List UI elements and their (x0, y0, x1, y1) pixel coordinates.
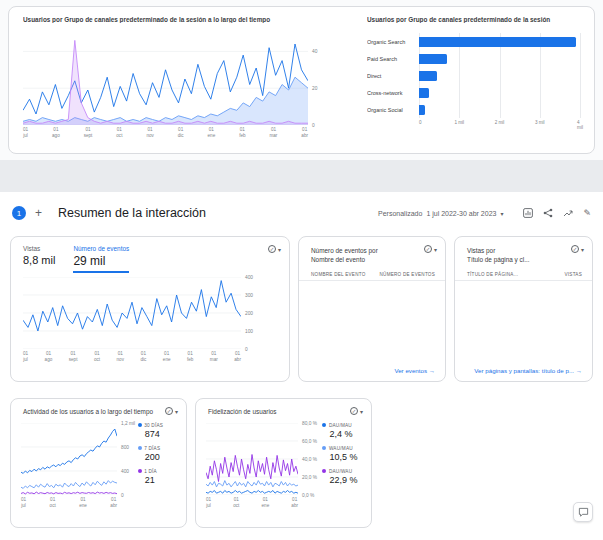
bar[interactable] (419, 105, 425, 115)
bar-category-label: Paid Search (367, 50, 419, 67)
check-circle-icon: ✓ (424, 245, 432, 253)
bar[interactable] (419, 54, 447, 64)
legend-dot-icon (322, 446, 326, 450)
tab-vistas[interactable]: Vistas 8,8 mil (23, 245, 55, 273)
x-axis-tick: 01abr (234, 351, 241, 363)
tab-numero-de-eventos[interactable]: Número de eventos 29 mil (73, 245, 129, 273)
x-axis-tick: 3 mil (535, 120, 545, 125)
insights-icon[interactable] (563, 208, 573, 218)
bar-category-label: Organic Search (367, 33, 419, 50)
bar[interactable] (419, 88, 429, 98)
bar-category-label: Cross-network (367, 84, 419, 101)
users-by-channel-bar-chart: Organic SearchPaid SearchDirectCross-net… (367, 33, 580, 128)
x-axis-tick: 1 mil (454, 120, 464, 125)
legend-label: DAU/WAU (329, 469, 352, 474)
column-header: NOMBRE DEL EVENTO (311, 272, 366, 277)
bar[interactable] (419, 71, 437, 81)
legend-item: DAU/WAU22,9 % (322, 469, 367, 485)
chevron-down-icon: ▾ (434, 246, 437, 253)
date-range-picker[interactable]: Personalizado 1 jul 2022-30 abr 2023 ▾ (378, 210, 503, 217)
view-pages-link[interactable]: Ver páginas y pantallas: título de p... … (474, 367, 582, 374)
x-axis-tick: 01ago (52, 127, 60, 139)
users-by-channel-panel: Usuarios por Grupo de canales predetermi… (361, 7, 594, 153)
x-axis-tick: 01sept (69, 351, 78, 363)
card-title-line2: Título de página y cl... (467, 255, 566, 264)
x-axis: 01jul01oct01ene01abr (206, 497, 298, 509)
legend-value: 10,5 % (329, 452, 367, 462)
legend-label: DAU/MAU (329, 423, 352, 428)
tab-value: 29 mil (73, 254, 129, 268)
x-axis-tick: 01jul (23, 127, 28, 139)
chevron-down-icon: ▾ (278, 246, 281, 253)
column-header: VISTAS (565, 272, 583, 277)
data-quality-indicator[interactable]: ✓ ▾ (424, 245, 437, 253)
users-over-time-panel: Usuarios por Grupo de canales predetermi… (9, 7, 361, 153)
card-title-line1: Vistas por (467, 246, 566, 255)
x-axis-tick: 01nov (117, 351, 124, 363)
users-over-time-title: Usuarios por Grupo de canales predetermi… (23, 16, 361, 23)
y-axis: 0,0 %20,0 %40,0 %60,0 %80,0 % (298, 423, 319, 495)
tab-label: Vistas (23, 245, 55, 252)
speech-bubble-icon (578, 507, 589, 518)
x-axis-tick: 4 mil (577, 120, 583, 130)
view-events-link[interactable]: Ver eventos → (394, 367, 435, 374)
y-axis: 02040 (308, 33, 330, 125)
legend-label: 30 DÍAS (144, 423, 163, 428)
legend-dot-icon (138, 423, 142, 427)
views-events-card: Vistas 8,8 mil Número de eventos 29 mil … (10, 236, 290, 382)
x-axis-tick: 01abr (291, 497, 298, 509)
data-quality-indicator[interactable]: ✓ ▾ (268, 245, 281, 253)
check-circle-icon: ✓ (268, 245, 276, 253)
x-axis-tick: 01ago (45, 351, 53, 363)
chevron-down-icon: ▾ (175, 408, 178, 415)
legend-value: 874 (145, 429, 182, 439)
legend-item: 7 DÍAS200 (138, 446, 182, 462)
data-quality-indicator[interactable]: ✓ ▾ (350, 407, 363, 415)
legend-dot-icon (138, 469, 142, 473)
x-axis-tick: 01nov (146, 127, 153, 139)
x-axis-tick: 01ene (262, 497, 270, 509)
x-axis-tick: 01jul (206, 497, 211, 509)
share-icon[interactable] (543, 208, 553, 218)
data-quality-indicator[interactable]: ✓ ▾ (165, 407, 178, 415)
bar-x-axis: 01 mil2 mil3 mil4 mil (419, 120, 580, 128)
report-header: 1 + Resumen de la interacción Personaliz… (12, 200, 591, 226)
check-circle-icon: ✓ (165, 407, 173, 415)
table-header: TÍTULO DE PÁGINA... VISTAS (455, 265, 592, 281)
chevron-down-icon: ▾ (500, 210, 503, 217)
retention-line-chart[interactable] (206, 423, 298, 495)
x-axis-tick: 01dic (140, 351, 146, 363)
users-over-time-line-chart[interactable] (23, 33, 308, 125)
legend-label: 1 DÍA (144, 469, 157, 474)
activity-line-chart[interactable] (21, 423, 117, 495)
user-activity-card: Actividad de los usuarios a lo largo del… (10, 398, 187, 528)
legend-item: 30 DÍAS874 (138, 423, 182, 439)
x-axis-tick: 01oct (94, 351, 100, 363)
bar-category-label: Direct (367, 67, 419, 84)
x-axis: 01jul01ago01sept01oct01nov01dic01ene01fe… (11, 351, 241, 363)
data-quality-indicator[interactable]: ✓ ▾ (571, 245, 584, 253)
check-circle-icon: ✓ (571, 245, 579, 253)
events-line-chart[interactable] (23, 277, 241, 349)
y-axis: 0100200300400 (241, 277, 263, 349)
bar[interactable] (419, 37, 576, 47)
legend-item: 1 DÍA21 (138, 469, 182, 485)
report-tab-indicator[interactable]: 1 (12, 206, 26, 220)
x-axis: 01jul01oct01ene01abr (21, 497, 117, 509)
x-axis-tick: 01mar (210, 351, 218, 363)
edit-comparison-icon[interactable] (523, 208, 533, 218)
column-header: NÚMERO DE EVENTOS (380, 272, 435, 277)
legend-label: 7 DÍAS (144, 446, 160, 451)
report-title: Resumen de la interacción (58, 206, 206, 220)
users-by-channel-title: Usuarios por Grupo de canales predetermi… (367, 16, 580, 23)
column-header: TÍTULO DE PÁGINA... (467, 272, 518, 277)
card-title-line1: Número de eventos por (311, 246, 419, 255)
customize-report-icon[interactable]: ✎ (583, 208, 591, 218)
x-axis-tick: 2 mil (495, 120, 505, 125)
arrow-right-icon: → (429, 367, 435, 374)
feedback-button[interactable] (573, 502, 593, 522)
x-axis-tick: 01ene (163, 351, 171, 363)
add-tab-button[interactable]: + (35, 206, 42, 220)
chevron-down-icon: ▾ (581, 246, 584, 253)
bar-category-label: Organic Social (367, 101, 419, 118)
